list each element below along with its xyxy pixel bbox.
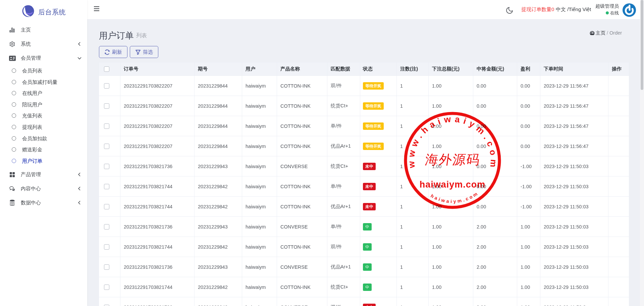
svg-text:海外源码: 海外源码	[424, 152, 481, 167]
svg-text:haiwaiym.com: haiwaiym.com	[420, 179, 486, 189]
